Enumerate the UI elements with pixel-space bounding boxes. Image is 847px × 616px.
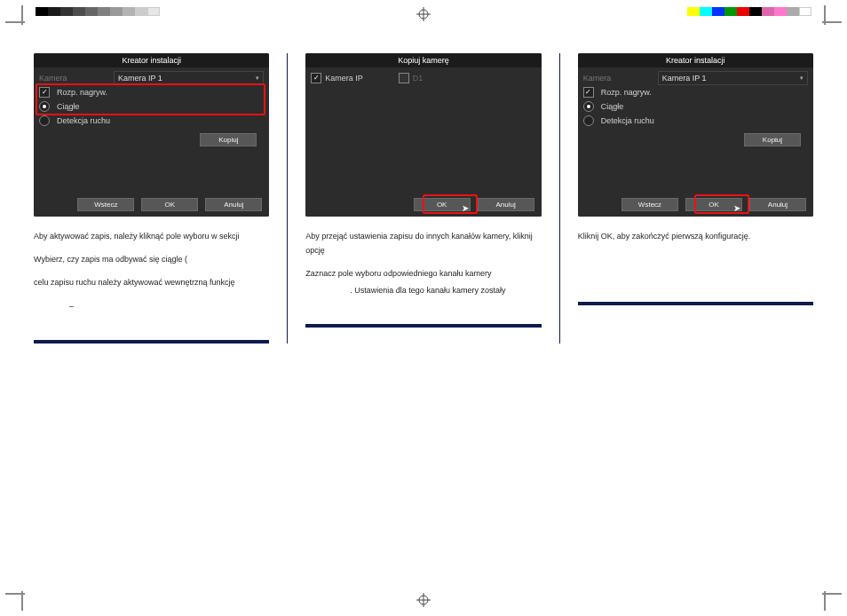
dialog-buttons: Wstecz OK Anuluj — [34, 193, 269, 217]
column-footer-bar — [305, 324, 541, 328]
continuous-label: Ciągłe — [601, 102, 624, 111]
camera-row: Kamera Kamera IP 1 ▾ — [583, 71, 808, 85]
radio-motion[interactable] — [583, 115, 594, 126]
dialog-copy-camera: Kopiuj kamerę Kamera IP D1 OK Anuluj — [305, 53, 541, 217]
registration-target-top — [416, 7, 431, 23]
highlight-box-ok — [423, 194, 478, 214]
ok-button[interactable]: OK — [141, 198, 198, 211]
column-footer-bar — [578, 302, 813, 305]
column-separator — [287, 53, 288, 344]
copy-button[interactable]: Kopiuj — [744, 133, 801, 146]
dialog-buttons: Wstecz OK Anuluj ➤ — [578, 193, 813, 217]
description-right: Kliknij OK, aby zakończyć pierwszą konfi… — [578, 229, 813, 305]
camera-value: Kamera IP 1 — [662, 74, 707, 83]
column-footer-bar — [34, 340, 269, 344]
checkbox-d1[interactable] — [399, 73, 409, 83]
motion-label: Detekcja ruchu — [601, 116, 654, 125]
checkbox-camera-ip[interactable] — [311, 73, 321, 83]
cancel-button[interactable]: Anuluj — [478, 198, 534, 211]
column-right: Kreator instalacji Kamera Kamera IP 1 ▾ … — [578, 53, 813, 344]
d1-group[interactable]: D1 — [399, 73, 424, 83]
dialog-title: Kreator instalacji — [578, 53, 813, 67]
page-content: Kreator instalacji Kamera Kamera IP 1 ▾ … — [0, 0, 847, 370]
camera-ip-label: Kamera IP — [325, 74, 363, 83]
desc-line-2: Zaznacz pole wyboru odpowiedniego kanału… — [305, 266, 535, 280]
chevron-down-icon: ▾ — [256, 75, 259, 82]
radio-motion[interactable] — [39, 115, 50, 126]
dialog-body: Kamera IP D1 — [305, 67, 541, 134]
column-left: Kreator instalacji Kamera Kamera IP 1 ▾ … — [34, 53, 269, 344]
cancel-button[interactable]: Anuluj — [749, 198, 806, 211]
desc-line-3: . Ustawienia dla tego kanału kamery zost… — [305, 283, 535, 297]
motion-row[interactable]: Detekcja ruchu — [39, 114, 264, 128]
desc-line-2: Wybierz, czy zapis ma odbywać się ciągle… — [34, 252, 264, 266]
start-recording-row[interactable]: Rozp. nagryw. — [583, 85, 808, 99]
description-left: Aby aktywować zapis, należy kliknąć pole… — [34, 229, 269, 344]
radio-continuous[interactable] — [583, 101, 594, 112]
registration-target-bottom — [416, 593, 431, 609]
cursor-icon: ➤ — [462, 203, 469, 213]
dialog-title: Kopiuj kamerę — [305, 53, 541, 67]
camera-ip-group[interactable]: Kamera IP — [311, 73, 363, 83]
color-swatches — [687, 7, 811, 16]
back-button[interactable]: Wstecz — [621, 198, 678, 211]
cursor-icon: ➤ — [733, 203, 740, 213]
cancel-button[interactable]: Anuluj — [205, 198, 262, 211]
chevron-down-icon: ▾ — [800, 75, 803, 82]
registration-bar-top — [0, 7, 847, 23]
desc-line-1: Kliknij OK, aby zakończyć pierwszą konfi… — [578, 229, 808, 243]
continuous-row[interactable]: Ciągłe — [583, 99, 808, 114]
dialog-title: Kreator instalacji — [34, 53, 269, 67]
desc-dash: – — [34, 299, 264, 313]
motion-label: Detekcja ruchu — [57, 116, 110, 125]
copy-button[interactable]: Kopiuj — [200, 133, 257, 146]
desc-line-1: Aby aktywować zapis, należy kliknąć pole… — [34, 229, 264, 243]
description-middle: Aby przejąć ustawienia zapisu do innych … — [305, 229, 541, 328]
start-recording-label: Rozp. nagryw. — [601, 88, 652, 97]
desc-line-1: Aby przejąć ustawienia zapisu do innych … — [305, 229, 535, 257]
back-button[interactable]: Wstecz — [77, 198, 134, 211]
highlight-box-recording — [36, 83, 265, 115]
registration-bar-bottom — [0, 593, 847, 609]
motion-row[interactable]: Detekcja ruchu — [583, 114, 808, 128]
dialog-wizard-right: Kreator instalacji Kamera Kamera IP 1 ▾ … — [578, 53, 813, 217]
checkbox-start-recording[interactable] — [583, 87, 594, 98]
dialog-body: Kamera Kamera IP 1 ▾ Rozp. nagryw. Ciągł… — [34, 67, 269, 150]
grayscale-swatches — [36, 7, 160, 16]
column-middle: Kopiuj kamerę Kamera IP D1 OK Anuluj — [305, 53, 541, 344]
desc-line-3: celu zapisu ruchu należy aktywować wewnę… — [34, 275, 264, 289]
d1-label: D1 — [413, 74, 424, 83]
dialog-body: Kamera Kamera IP 1 ▾ Rozp. nagryw. Ciągł… — [578, 67, 813, 150]
column-separator — [559, 53, 560, 344]
camera-label: Kamera — [39, 74, 110, 83]
camera-ip-row: Kamera IP D1 — [311, 71, 535, 85]
camera-dropdown[interactable]: Kamera IP 1 ▾ — [658, 71, 808, 85]
camera-value: Kamera IP 1 — [118, 74, 162, 83]
highlight-box-ok — [694, 194, 749, 214]
camera-label: Kamera — [583, 74, 654, 83]
dialog-wizard-left: Kreator instalacji Kamera Kamera IP 1 ▾ … — [34, 53, 269, 217]
dialog-buttons: OK Anuluj ➤ — [305, 193, 541, 217]
